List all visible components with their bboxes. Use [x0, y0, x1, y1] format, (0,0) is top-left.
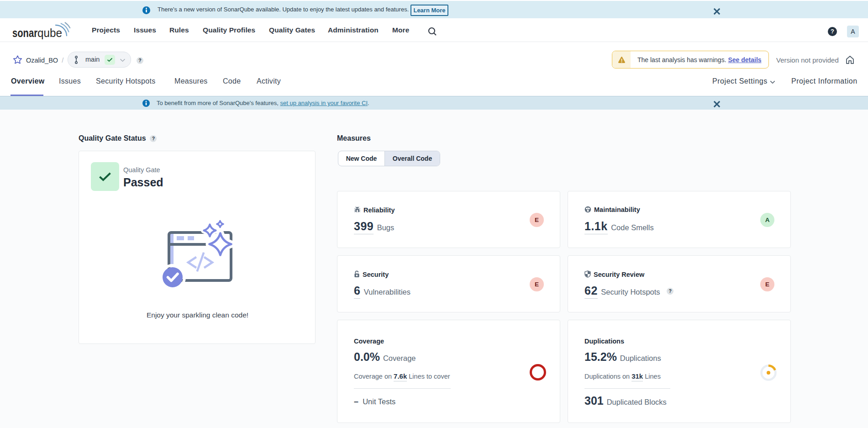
svg-text:sonar: sonar — [12, 26, 37, 40]
svg-text:qube: qube — [37, 26, 62, 40]
